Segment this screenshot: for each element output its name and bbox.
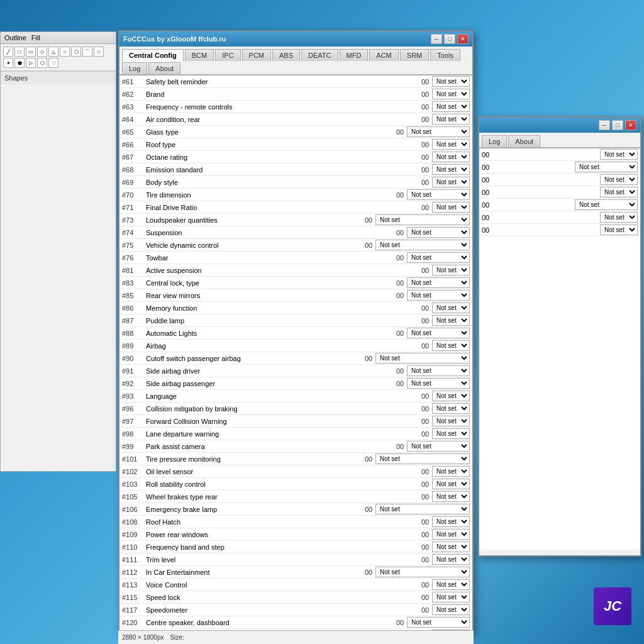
tab-bcm[interactable]: BCM — [185, 49, 214, 61]
shape-btn[interactable]: ⌒ — [82, 47, 92, 57]
shape-btn[interactable]: ◇ — [37, 47, 47, 57]
config-dropdown[interactable]: Not set — [407, 189, 470, 200]
config-dropdown[interactable]: Not set — [407, 277, 470, 288]
config-dropdown[interactable]: Not set — [432, 315, 470, 326]
tab-central-config[interactable]: Central Config — [122, 49, 184, 62]
scrollable-content[interactable]: #61Safety belt reminder00Not set#62Brand… — [119, 75, 472, 640]
second-dropdown[interactable]: Not set — [600, 225, 638, 235]
tab-acm[interactable]: ACM — [369, 49, 398, 61]
row-label: Forward Collision Warning — [146, 418, 418, 425]
config-dropdown[interactable]: Not set — [407, 328, 470, 338]
config-dropdown[interactable]: Not set — [432, 491, 470, 502]
content-area: #61Safety belt reminder00Not set#62Brand… — [119, 75, 472, 640]
config-dropdown[interactable]: Not set — [432, 76, 470, 87]
row-value: 00 — [393, 279, 407, 287]
shape-btn[interactable]: ▭ — [26, 47, 36, 57]
config-dropdown[interactable]: Not set — [432, 428, 470, 439]
shape-btn[interactable]: ☆ — [94, 47, 104, 57]
config-dropdown[interactable]: Not set — [432, 529, 470, 540]
config-dropdown[interactable]: Not set — [432, 391, 470, 401]
shape-btn[interactable]: ⬟ — [14, 58, 25, 68]
tab-ipc[interactable]: IPC — [215, 49, 240, 61]
shape-btn[interactable]: ○ — [60, 47, 70, 57]
config-dropdown[interactable]: Not set — [375, 353, 470, 364]
second-dropdown[interactable]: Not set — [600, 187, 638, 197]
shape-btn[interactable]: ✦ — [3, 58, 13, 68]
tab-tools[interactable]: Tools — [430, 49, 460, 61]
second-dropdown[interactable]: Not set — [600, 149, 638, 160]
shape-btn[interactable]: ▷ — [26, 58, 36, 68]
shape-btn[interactable]: ╱ — [3, 47, 13, 57]
config-dropdown[interactable]: Not set — [375, 453, 470, 464]
config-dropdown[interactable]: Not set — [407, 227, 470, 238]
row-value: 00 — [418, 78, 432, 86]
row-value: 00 — [393, 380, 407, 387]
second-close-button[interactable]: ✕ — [625, 120, 636, 130]
second-dropdown[interactable]: Not set — [575, 199, 638, 210]
config-dropdown[interactable]: Not set — [432, 403, 470, 414]
shape-btn[interactable]: ⬡ — [37, 58, 47, 68]
second-maximize-button[interactable]: □ — [612, 120, 623, 130]
second-minimize-button[interactable]: ─ — [599, 120, 610, 130]
config-dropdown[interactable]: Not set — [407, 252, 470, 263]
config-dropdown[interactable]: Not set — [432, 592, 470, 602]
row-value: 00 — [393, 191, 407, 199]
tab-pcm[interactable]: PCM — [242, 49, 271, 61]
config-dropdown[interactable]: Not set — [432, 177, 470, 187]
config-dropdown[interactable]: Not set — [375, 504, 470, 514]
config-dropdown[interactable]: Not set — [432, 89, 470, 99]
config-dropdown[interactable]: Not set — [432, 466, 470, 477]
config-dropdown[interactable]: Not set — [375, 240, 470, 250]
config-dropdown[interactable]: Not set — [407, 617, 470, 628]
main-window-title: FoCCCus by xGloooM ffclub.ru — [123, 35, 226, 43]
config-dropdown[interactable]: Not set — [407, 378, 470, 389]
tab-mfd[interactable]: MFD — [340, 49, 369, 61]
config-dropdown[interactable]: Not set — [375, 567, 470, 577]
config-dropdown[interactable]: Not set — [407, 441, 470, 452]
config-dropdown[interactable]: Not set — [432, 479, 470, 489]
table-row: #102Oil level sensor00Not set — [119, 465, 472, 478]
shape-btn[interactable]: □ — [14, 47, 25, 57]
tab-deatc[interactable]: DEATC — [301, 49, 338, 61]
config-dropdown[interactable]: Not set — [432, 139, 470, 150]
second-dropdown[interactable]: Not set — [600, 212, 638, 223]
config-dropdown[interactable]: Not set — [432, 303, 470, 313]
row-label: Side airbag passenger — [146, 380, 393, 387]
shape-btn[interactable]: ♡ — [48, 58, 58, 68]
config-dropdown[interactable]: Not set — [432, 541, 470, 552]
tab-abs[interactable]: ABS — [272, 49, 300, 61]
second-tab-log[interactable]: Log — [482, 135, 507, 147]
config-dropdown[interactable]: Not set — [432, 579, 470, 590]
shape-btn[interactable]: △ — [48, 47, 58, 57]
row-number: #63 — [122, 103, 146, 111]
minimize-button[interactable]: ─ — [431, 34, 442, 44]
config-dropdown[interactable]: Not set — [407, 290, 470, 301]
config-dropdown[interactable]: Not set — [432, 604, 470, 615]
row-dropdown-container: Not set — [432, 403, 470, 414]
config-dropdown[interactable]: Not set — [432, 202, 470, 213]
config-dropdown[interactable]: Not set — [432, 164, 470, 175]
row-value: 00 — [418, 418, 432, 425]
config-dropdown[interactable]: Not set — [432, 152, 470, 162]
second-dropdown[interactable]: Not set — [575, 162, 638, 172]
config-dropdown[interactable]: Not set — [432, 554, 470, 565]
tab-about[interactable]: About — [148, 62, 180, 74]
second-row: 00 Not set — [479, 211, 640, 224]
maximize-button[interactable]: □ — [444, 34, 455, 44]
config-dropdown[interactable]: Not set — [432, 516, 470, 527]
shape-btn[interactable]: ⬠ — [71, 47, 81, 57]
close-button[interactable]: ✕ — [457, 34, 469, 44]
config-dropdown[interactable]: Not set — [432, 416, 470, 426]
config-dropdown[interactable]: Not set — [432, 101, 470, 112]
config-dropdown[interactable]: Not set — [375, 214, 470, 225]
tab-log[interactable]: Log — [122, 62, 147, 74]
config-dropdown[interactable]: Not set — [432, 114, 470, 125]
second-dropdown[interactable]: Not set — [600, 174, 638, 185]
second-tab-about[interactable]: About — [508, 135, 540, 147]
config-dropdown[interactable]: Not set — [407, 365, 470, 376]
second-window-controls: ─ □ ✕ — [599, 120, 636, 130]
config-dropdown[interactable]: Not set — [432, 265, 470, 275]
config-dropdown[interactable]: Not set — [432, 340, 470, 351]
tab-srm[interactable]: SRM — [400, 49, 429, 61]
config-dropdown[interactable]: Not set — [407, 126, 470, 137]
